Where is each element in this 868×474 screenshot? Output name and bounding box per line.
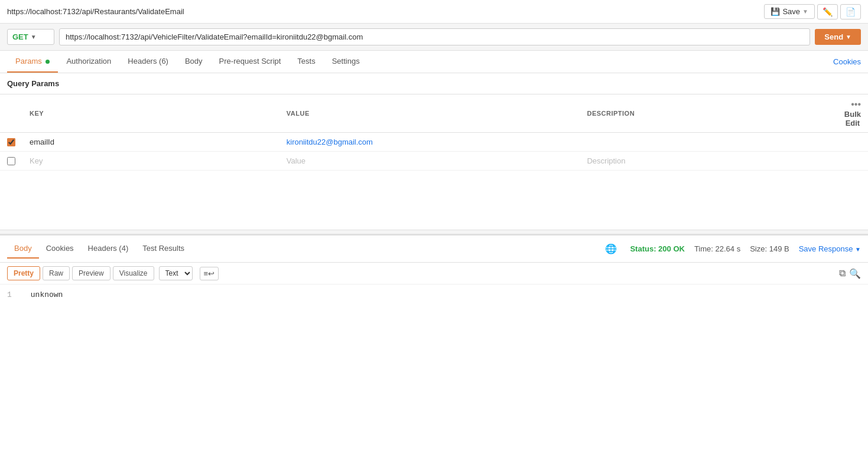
save-response-chevron-icon: ▼	[855, 246, 861, 253]
url-input[interactable]	[59, 28, 810, 45]
cookies-link[interactable]: Cookies	[833, 51, 861, 72]
method-select[interactable]: GET ▼	[7, 29, 54, 45]
response-size: Size: 149 B	[750, 244, 789, 253]
format-tabs: Pretty Raw Preview Visualize	[7, 266, 154, 280]
wrap-button[interactable]: ≡↩	[200, 267, 219, 280]
tab-response-cookies[interactable]: Cookies	[39, 239, 81, 259]
response-content: unknown	[31, 290, 63, 299]
response-time: Time: 22.64 s	[694, 244, 740, 253]
line-number: 1	[7, 290, 19, 299]
query-params-section: Query Params KEY VALUE DESCRIPTION ••• B…	[0, 73, 868, 171]
response-actions: ⧉ 🔍	[839, 268, 861, 279]
response-line: 1 unknown	[7, 290, 861, 299]
response-header: Body Cookies Headers (4) Test Results 🌐 …	[0, 236, 868, 263]
more-options-button[interactable]: •••	[851, 99, 861, 110]
bulk-edit-button[interactable]: Bulk Edit	[844, 110, 861, 128]
table-row: emailId kironiitdu22@bgmail.com	[0, 133, 868, 152]
format-pretty-button[interactable]: Pretty	[7, 266, 40, 280]
tab-response-headers[interactable]: Headers (4)	[81, 239, 136, 259]
col-actions-header: ••• Bulk Edit	[837, 94, 868, 133]
tab-response-body[interactable]: Body	[7, 239, 39, 259]
empty-desc-placeholder: Description	[587, 156, 625, 165]
param-key: emailId	[30, 138, 54, 146]
search-response-button[interactable]: 🔍	[849, 268, 861, 279]
empty-row-checkbox[interactable]	[7, 157, 15, 165]
text-format-select[interactable]: Text	[159, 266, 193, 280]
col-value-header: VALUE	[279, 94, 580, 133]
params-dot	[45, 60, 50, 64]
panel-divider[interactable]	[0, 230, 868, 234]
copy-response-button[interactable]: ⧉	[839, 268, 846, 279]
request-tabs: Params Authorization Headers (6) Body Pr…	[7, 51, 368, 73]
col-key-header: KEY	[22, 94, 279, 133]
top-bar: https://localhost:7132/api/Restaurants/V…	[0, 0, 868, 24]
empty-key-placeholder: Key	[30, 156, 43, 165]
comment-button[interactable]: 📄	[840, 4, 861, 19]
response-tabs: Body Cookies Headers (4) Test Results	[7, 239, 191, 259]
response-meta: 🌐 Status: 200 OK Time: 22.64 s Size: 149…	[605, 243, 861, 254]
tab-settings[interactable]: Settings	[324, 51, 368, 73]
col-desc-header: DESCRIPTION	[580, 94, 837, 133]
globe-icon: 🌐	[605, 243, 617, 254]
send-chevron-icon: ▼	[846, 34, 851, 40]
response-body: 1 unknown	[0, 285, 868, 305]
send-button[interactable]: Send ▼	[815, 29, 861, 45]
text-format-wrapper: Text	[159, 266, 195, 280]
method-label: GET	[12, 32, 28, 41]
tab-body[interactable]: Body	[177, 51, 211, 73]
tab-headers[interactable]: Headers (6)	[119, 51, 177, 73]
empty-value-placeholder: Value	[287, 156, 305, 165]
tab-tests[interactable]: Tests	[289, 51, 323, 73]
response-status: Status: 200 OK	[630, 244, 684, 253]
param-value: kironiitdu22@bgmail.com	[287, 138, 373, 146]
tab-authorization[interactable]: Authorization	[58, 51, 119, 73]
response-section: Body Cookies Headers (4) Test Results 🌐 …	[0, 234, 868, 305]
page-title: https://localhost:7132/api/Restaurants/V…	[7, 7, 184, 16]
request-tabs-row: Params Authorization Headers (6) Body Pr…	[0, 51, 868, 73]
method-chevron-icon: ▼	[31, 34, 37, 40]
table-row-empty: Key Value Description	[0, 152, 868, 171]
top-bar-actions: 💾 Save ▼ ✏️ 📄	[764, 4, 861, 19]
save-chevron-icon: ▼	[802, 8, 808, 15]
tab-params[interactable]: Params	[7, 51, 58, 73]
row-checkbox[interactable]	[7, 138, 15, 146]
format-visualize-button[interactable]: Visualize	[113, 266, 154, 280]
params-table: KEY VALUE DESCRIPTION ••• Bulk Edit	[0, 94, 868, 171]
tab-response-test-results[interactable]: Test Results	[135, 239, 191, 259]
col-check-header	[0, 94, 22, 133]
url-bar: GET ▼ Send ▼	[0, 24, 868, 51]
response-body-toolbar: Pretty Raw Preview Visualize Text ≡↩ ⧉ 🔍	[0, 263, 868, 285]
format-preview-button[interactable]: Preview	[72, 266, 110, 280]
format-raw-button[interactable]: Raw	[43, 266, 70, 280]
query-params-header: Query Params	[0, 73, 868, 94]
save-response-button[interactable]: Save Response ▼	[799, 244, 861, 253]
save-button[interactable]: 💾 Save ▼	[764, 4, 815, 19]
save-icon: 💾	[771, 7, 780, 16]
tab-pre-request[interactable]: Pre-request Script	[211, 51, 290, 73]
wrap-icon: ≡↩	[204, 269, 215, 278]
edit-button[interactable]: ✏️	[817, 4, 838, 19]
